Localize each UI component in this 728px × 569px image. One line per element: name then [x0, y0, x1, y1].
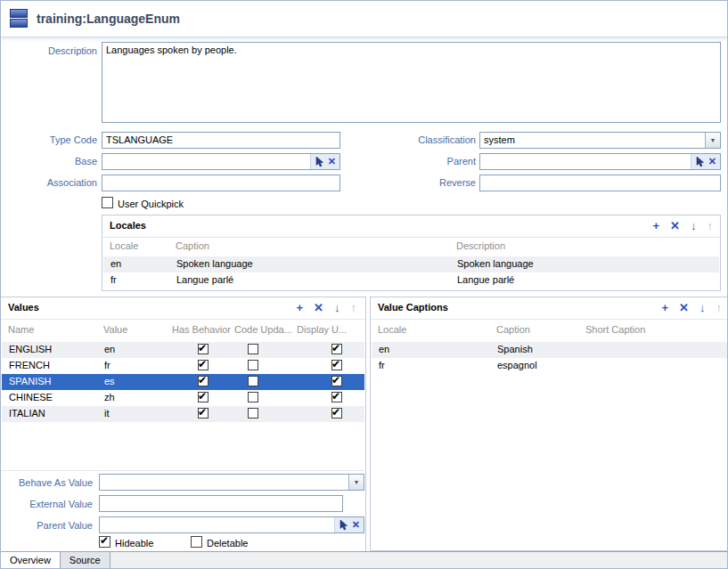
locale-cell: fr: [110, 274, 117, 285]
column-header-name: Name: [8, 324, 34, 335]
delete-icon[interactable]: ✕: [679, 301, 689, 314]
code-update-checkbox[interactable]: [248, 392, 258, 402]
has-behavior-checkbox[interactable]: [198, 408, 209, 419]
editor-header: training:LanguageEnum: [1, 1, 727, 37]
chevron-down-icon: ▼: [706, 133, 720, 148]
hideable-checkbox[interactable]: [99, 536, 110, 548]
chevron-down-icon: ▼: [349, 475, 364, 490]
display-update-checkbox[interactable]: [331, 392, 342, 402]
value-captions-panel: Value Captions + ✕ ↓ ↑ Locale Caption Sh…: [370, 297, 728, 551]
add-icon[interactable]: +: [297, 301, 304, 314]
move-down-icon[interactable]: ↓: [699, 301, 706, 314]
move-up-icon[interactable]: ↑: [708, 219, 714, 232]
value-cell: es: [104, 376, 115, 386]
code-update-checkbox[interactable]: [248, 408, 258, 419]
column-header-locale: Locale: [110, 240, 138, 251]
column-header-caption: Caption: [496, 324, 530, 335]
type-code-field[interactable]: TSLANGUAGE: [102, 132, 340, 149]
behave-as-value-select[interactable]: ▼: [99, 474, 364, 491]
table-row[interactable]: ENGLISH en: [2, 342, 364, 358]
name-cell: SPANISH: [9, 376, 51, 386]
add-icon[interactable]: +: [662, 301, 669, 314]
behave-as-value-label: Behave As Value: [1, 477, 93, 488]
description-cell: Spoken language: [457, 258, 534, 269]
has-behavior-checkbox[interactable]: [198, 360, 209, 370]
delete-icon[interactable]: ✕: [670, 219, 680, 232]
name-cell: CHINESE: [9, 392, 53, 402]
classification-label: Classification: [384, 134, 476, 145]
table-row[interactable]: FRENCH fr: [2, 358, 364, 374]
display-update-checkbox[interactable]: [331, 344, 342, 354]
parent-value-label: Parent Value: [1, 520, 93, 531]
classification-dropdown-button[interactable]: ▼: [705, 133, 720, 148]
display-update-checkbox[interactable]: [331, 360, 342, 370]
reverse-field[interactable]: [479, 175, 721, 191]
pick-arrow-icon[interactable]: [315, 157, 324, 167]
has-behavior-checkbox[interactable]: [198, 376, 209, 386]
deletable-checkbox[interactable]: [191, 536, 202, 548]
description-input[interactable]: Languages spoken by people.: [102, 42, 721, 123]
caption-cell: espagnol: [497, 360, 537, 370]
move-down-icon[interactable]: ↓: [691, 219, 697, 232]
caption-cell: Langue parlé: [176, 274, 233, 285]
parent-picker: ✕: [691, 154, 720, 169]
values-panel: Values + ✕ ↓ ↑ Name Value Has Behavior C…: [1, 297, 366, 552]
values-toolbar: + ✕ ↓ ↑: [297, 301, 357, 314]
deletable-label: Deletable: [207, 538, 248, 549]
code-update-checkbox[interactable]: [248, 376, 258, 386]
column-header-caption: Caption: [176, 240, 209, 251]
table-row[interactable]: fr Langue parlé Langue parlé: [103, 272, 719, 289]
code-update-checkbox[interactable]: [248, 344, 258, 354]
table-row[interactable]: ITALIAN it: [2, 406, 364, 422]
tab-source[interactable]: Source: [61, 552, 110, 568]
external-value-field[interactable]: [99, 495, 343, 512]
pick-arrow-icon[interactable]: [339, 520, 348, 531]
external-value-label: External Value: [1, 499, 93, 509]
clear-icon[interactable]: ✕: [352, 520, 360, 530]
enum-icon: [10, 9, 29, 28]
value-cell: en: [104, 344, 115, 354]
value-captions-title: Value Captions: [378, 302, 448, 313]
table-row[interactable]: SPANISH es: [2, 374, 364, 390]
move-down-icon[interactable]: ↓: [334, 301, 340, 314]
behave-as-value-dropdown-button[interactable]: ▼: [348, 475, 364, 490]
has-behavior-checkbox[interactable]: [198, 344, 209, 354]
classification-select[interactable]: system ▼: [479, 132, 721, 149]
clear-icon[interactable]: ✕: [708, 157, 716, 167]
pick-arrow-icon[interactable]: [695, 157, 705, 167]
user-quickpick-checkbox[interactable]: [102, 197, 113, 208]
code-update-checkbox[interactable]: [248, 360, 258, 370]
move-up-icon[interactable]: ↑: [351, 301, 357, 314]
parent-value-field[interactable]: ✕: [99, 516, 364, 533]
enum-editor-window: training:LanguageEnum Description Langua…: [0, 0, 728, 569]
column-header-code-update: Code Upda...: [234, 324, 292, 335]
bottom-tab-bar: Overview Source: [1, 551, 727, 568]
locale-cell: fr: [379, 360, 385, 370]
column-header-description: Description: [456, 240, 505, 251]
table-row[interactable]: en Spoken language Spoken language: [103, 256, 719, 272]
value-captions-toolbar: + ✕ ↓ ↑: [662, 301, 723, 314]
base-picker: ✕: [310, 154, 339, 169]
page-title: training:LanguageEnum: [37, 12, 180, 26]
parent-label: Parent: [384, 156, 476, 167]
column-header-has-behavior: Has Behavior: [172, 324, 231, 335]
locales-group: Locales + ✕ ↓ ↑ Locale Caption Descripti…: [102, 215, 721, 291]
table-row[interactable]: CHINESE zh: [2, 390, 364, 406]
has-behavior-checkbox[interactable]: [198, 392, 209, 402]
add-icon[interactable]: +: [653, 219, 660, 232]
display-update-checkbox[interactable]: [331, 376, 342, 386]
table-row[interactable]: en Spanish: [372, 342, 728, 358]
move-up-icon[interactable]: ↑: [716, 301, 723, 314]
column-header-locale: Locale: [378, 324, 406, 335]
table-row[interactable]: fr espagnol: [372, 358, 728, 374]
locales-toolbar: + ✕ ↓ ↑: [653, 219, 714, 232]
delete-icon[interactable]: ✕: [314, 301, 323, 314]
base-field[interactable]: ✕: [102, 153, 340, 170]
clear-icon[interactable]: ✕: [328, 157, 336, 167]
display-update-checkbox[interactable]: [331, 408, 342, 419]
parent-field[interactable]: ✕: [479, 153, 721, 170]
tab-overview[interactable]: Overview: [1, 552, 61, 568]
reverse-label: Reverse: [384, 177, 476, 188]
description-label: Description: [1, 45, 97, 56]
association-field[interactable]: [102, 175, 340, 191]
